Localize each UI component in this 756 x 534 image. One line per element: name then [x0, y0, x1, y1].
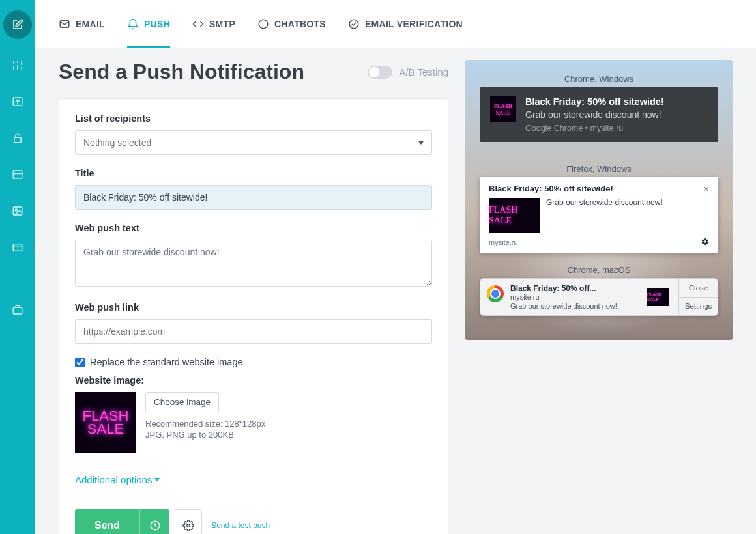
send-button-label: Send: [75, 520, 139, 531]
preview-firefox-windows: Black Friday: 50% off sitewide! × FLASH …: [480, 177, 718, 253]
sidebar-item-window[interactable]: [3, 233, 32, 262]
content: Send a Push Notification A/B Testing Lis…: [35, 48, 756, 534]
chevron-down-icon: [154, 478, 160, 481]
preview-n2-text: Grab our storewide discount now!: [546, 198, 663, 207]
code-icon: [192, 18, 204, 30]
preview-chrome-windows: FLASH SALE Black Friday: 50% off sitewid…: [480, 87, 718, 142]
svg-rect-13: [13, 244, 22, 251]
preview-label-firefox-win: Firefox, Windows: [465, 164, 733, 174]
sidebar-item-layout[interactable]: [3, 160, 32, 189]
recipients-value: Nothing selected: [83, 137, 151, 148]
replace-image-checkbox[interactable]: Replace the standard website image: [75, 357, 432, 367]
website-image-label: Website image:: [75, 375, 432, 386]
close-icon[interactable]: ×: [703, 184, 709, 195]
sidebar-item-lock[interactable]: [3, 124, 32, 152]
tab-email-verification[interactable]: EMAIL VERIFICATION: [348, 0, 463, 48]
svg-rect-15: [13, 307, 22, 314]
tab-email-label: EMAIL: [76, 19, 105, 29]
preview-label-chrome-mac: Chrome, macOS: [465, 265, 733, 275]
gear-icon: [182, 520, 194, 531]
svg-rect-8: [14, 137, 22, 143]
replace-image-label: Replace the standard website image: [90, 357, 243, 367]
preview-icon: FLASH SALE: [490, 96, 516, 122]
preview-n1-title: Black Friday: 50% off sitewide!: [525, 96, 664, 107]
tab-push-label: PUSH: [144, 19, 170, 29]
sidebar-item-compose[interactable]: [3, 10, 32, 39]
preview-icon: FLASH SALE: [647, 288, 669, 306]
form-card: List of recipients Nothing selected Titl…: [59, 98, 448, 534]
tab-email[interactable]: EMAIL: [59, 0, 105, 48]
preview-n1-text: Grab our storewide discount now!: [525, 109, 664, 120]
preview-n3-site: mysite.ru: [510, 293, 641, 301]
additional-options-toggle[interactable]: Additional options: [75, 474, 160, 485]
tab-smtp[interactable]: SMTP: [192, 0, 235, 48]
gear-icon[interactable]: [700, 237, 709, 247]
mail-icon: [59, 18, 70, 30]
preview-close-button[interactable]: Close: [679, 279, 718, 298]
website-image-thumbnail[interactable]: FLASH SALE: [75, 392, 136, 453]
image-hint-1: Recommended size: 128*128px: [145, 419, 265, 429]
settings-button[interactable]: [175, 509, 202, 534]
preview-n2-title: Black Friday: 50% off sitewide!: [489, 184, 613, 193]
recipients-select[interactable]: Nothing selected: [75, 130, 432, 155]
push-link-input[interactable]: [75, 319, 432, 344]
main: EMAIL PUSH SMTP CHATBOTS EMAIL VERIFICAT…: [35, 0, 756, 534]
chat-icon: [257, 18, 269, 30]
tab-chatbots[interactable]: CHATBOTS: [257, 0, 326, 48]
ab-testing-toggle[interactable]: A/B Testing: [368, 66, 448, 79]
form-column: Send a Push Notification A/B Testing Lis…: [59, 60, 448, 534]
sidebar-item-inbox[interactable]: [3, 87, 32, 116]
sidebar-item-sliders[interactable]: [3, 51, 32, 79]
clock-icon: [149, 520, 161, 531]
sidebar-expand-chevron[interactable]: [30, 242, 36, 254]
recipients-label: List of recipients: [75, 113, 432, 124]
preview-n2-site: mysite.ru: [489, 238, 518, 246]
preview-n1-source: Google Chrome • mysite.ru: [525, 124, 664, 133]
tab-smtp-label: SMTP: [209, 19, 235, 29]
title-label: Title: [75, 168, 432, 178]
svg-point-20: [187, 524, 190, 527]
image-hint-2: JPG, PNG up to 200KB: [145, 430, 265, 440]
chevron-down-icon: [418, 141, 424, 145]
page-title: Send a Push Notification: [59, 60, 304, 84]
sidebar: [0, 0, 35, 534]
text-label: Web push text: [75, 223, 432, 233]
tab-chatbots-label: CHATBOTS: [274, 19, 326, 29]
tab-push[interactable]: PUSH: [127, 0, 170, 48]
preview-n3-text: Grab our storewide discount now!: [510, 302, 641, 310]
choose-image-button[interactable]: Choose image: [145, 392, 219, 412]
link-label: Web push link: [75, 302, 432, 313]
push-text-input[interactable]: [75, 240, 432, 287]
sidebar-item-briefcase[interactable]: [3, 296, 32, 324]
title-input[interactable]: [75, 185, 432, 210]
toggle-icon: [368, 66, 392, 79]
sidebar-item-images[interactable]: [3, 197, 32, 225]
replace-image-checkbox-input[interactable]: [75, 358, 85, 367]
svg-rect-9: [13, 171, 22, 178]
svg-point-18: [349, 20, 358, 29]
chrome-icon: [487, 285, 504, 302]
tab-verify-label: EMAIL VERIFICATION: [365, 19, 463, 29]
schedule-button[interactable]: [139, 509, 169, 534]
send-test-push-link[interactable]: Send a test push: [211, 521, 270, 530]
preview-chrome-macos: Black Friday: 50% off... mysite.ru Grab …: [480, 278, 718, 316]
preview-icon: FLASH SALE: [489, 198, 540, 233]
ab-testing-label: A/B Testing: [399, 66, 448, 77]
preview-n3-title: Black Friday: 50% off...: [510, 284, 641, 293]
send-button[interactable]: Send: [75, 509, 169, 534]
additional-options-label: Additional options: [75, 474, 152, 485]
check-circle-icon: [348, 18, 360, 30]
preview-settings-button[interactable]: Settings: [679, 298, 718, 316]
preview-panel: Chrome, Windows FLASH SALE Black Friday:…: [465, 60, 733, 340]
svg-point-12: [15, 209, 17, 211]
channel-tabs: EMAIL PUSH SMTP CHATBOTS EMAIL VERIFICAT…: [35, 0, 756, 48]
preview-label-chrome-win: Chrome, Windows: [465, 74, 733, 84]
bell-icon: [127, 18, 139, 30]
